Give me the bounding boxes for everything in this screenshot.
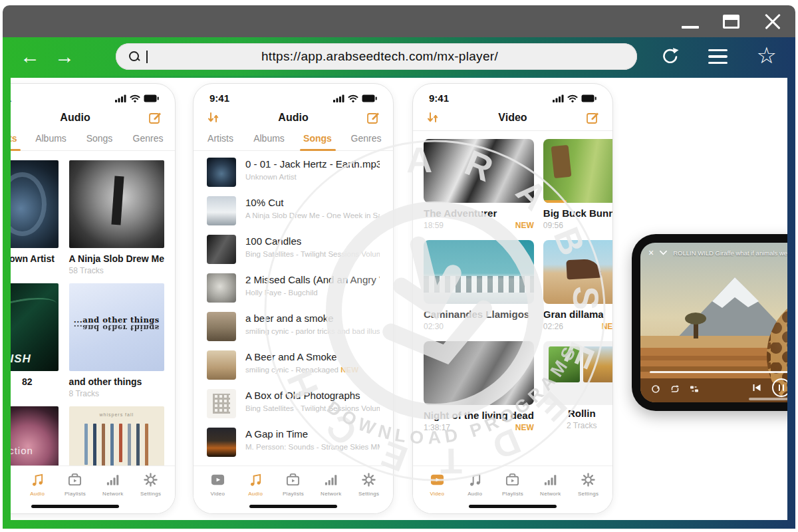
- artist-card[interactable]: Unknown Artist: [11, 160, 59, 275]
- artist-tracks: 8 Tracks: [69, 389, 164, 398]
- address-bar[interactable]: [116, 43, 637, 70]
- video-player-screen[interactable]: × ROLLIN WILD Giraffe what if animals we…: [640, 243, 787, 402]
- tab-genres[interactable]: Genres: [124, 133, 172, 144]
- album-art-text: AMISH: [11, 352, 31, 366]
- album-art[interactable]: ...and other things ...and other things: [69, 283, 164, 371]
- album-art-text: eflection: [11, 445, 33, 456]
- artist-card[interactable]: A Ninja Slob Drew Me 58 Tracks: [69, 160, 164, 275]
- video-card[interactable]: Big Buck Bunny 09:56: [543, 139, 613, 230]
- phone-mockup-video: 9:41 Video The Adventurer: [412, 83, 613, 514]
- song-art: [207, 389, 236, 418]
- ab-loop-icon[interactable]: [690, 384, 699, 394]
- tab-albums[interactable]: Albums: [245, 133, 293, 144]
- page-title: Audio: [60, 112, 90, 124]
- close-button[interactable]: [763, 12, 782, 31]
- page-frame: 9:41 Audio Artists Albums Songs: [3, 76, 795, 529]
- status-icons: [333, 94, 377, 102]
- forward-button[interactable]: →: [55, 47, 74, 66]
- nav-item-settings[interactable]: Settings: [569, 473, 607, 513]
- signal-icon: [553, 94, 564, 102]
- video-folder-thumbnail[interactable]: [543, 341, 613, 405]
- video-thumbnail[interactable]: [543, 240, 613, 304]
- artist-tracks: 58 Tracks: [69, 266, 164, 275]
- video-card[interactable]: Gran dillama 02:26NEW: [543, 240, 613, 331]
- nav-item-settings[interactable]: Settings: [350, 473, 388, 513]
- song-row[interactable]: A Box of Old Photographs Bing Satellites…: [207, 389, 380, 428]
- edit-icon[interactable]: [366, 111, 380, 124]
- previous-track-icon[interactable]: [752, 383, 761, 392]
- menu-icon[interactable]: [708, 49, 728, 64]
- song-row[interactable]: A Gap in Time M. Persson: Sounds - Stran…: [207, 428, 380, 466]
- song-row[interactable]: A Beer and A Smoke smiling cynic - Repac…: [207, 350, 380, 389]
- repeat-icon[interactable]: [670, 384, 680, 394]
- song-row[interactable]: a beer and a smoke smiling cynic - parlo…: [207, 312, 380, 350]
- video-card[interactable]: Night of the living dead 1:38:17NEW: [424, 341, 534, 432]
- wifi-icon: [130, 94, 140, 102]
- song-row[interactable]: 2 Missed Calls (And an Angry Voice... Ho…: [207, 273, 380, 312]
- wifi-icon: [348, 94, 358, 102]
- song-title: 2 Missed Calls (And an Angry Voice...: [245, 274, 380, 285]
- video-title: Gran dillama: [543, 309, 613, 320]
- song-art: [207, 350, 236, 380]
- edit-icon[interactable]: [586, 111, 599, 124]
- video-thumbnail[interactable]: [424, 341, 534, 405]
- nav-item-settings[interactable]: Settings: [132, 473, 170, 513]
- nav-item-video[interactable]: Video: [418, 473, 456, 513]
- maximize-button[interactable]: [723, 15, 739, 29]
- back-button[interactable]: ←: [20, 47, 40, 66]
- signal-icon: [115, 94, 126, 102]
- tab-genres[interactable]: Genres: [342, 133, 390, 144]
- playing-title: ROLLIN WILD Giraffe what if animals were…: [673, 249, 787, 257]
- song-art: [207, 158, 236, 187]
- watch-progress-bar: [543, 200, 567, 203]
- home-indicator[interactable]: [469, 505, 557, 508]
- video-thumbnail[interactable]: [424, 240, 534, 304]
- sort-icon[interactable]: [207, 111, 220, 124]
- artist-name: A Ninja Slob Drew Me: [69, 253, 164, 264]
- video-card[interactable]: The Adventurer 18:59NEW: [424, 139, 534, 230]
- song-list: 0 - 01 - Jack Hertz - Earth.mp3 Unknown …: [194, 151, 393, 505]
- song-subtitle: Bing Satellites - Twilight Sessions Volu…: [245, 250, 380, 258]
- refresh-icon[interactable]: [660, 47, 679, 66]
- artist-card[interactable]: AMISH 82: [11, 283, 59, 398]
- edit-icon[interactable]: [148, 111, 162, 124]
- video-folder-card[interactable]: Rollin 2 Tracks: [543, 341, 613, 432]
- song-row[interactable]: 10% Cut A Ninja Slob Drew Me - One Week …: [207, 196, 380, 235]
- chevron-down-icon[interactable]: [660, 250, 667, 255]
- album-art-text: ...and other things ...and other things: [69, 315, 164, 332]
- minimize-button[interactable]: [682, 26, 699, 29]
- video-duration: 1:38:17: [424, 423, 450, 432]
- tab-artists[interactable]: Artists: [11, 133, 27, 144]
- bookmark-star-icon[interactable]: ☆: [757, 44, 777, 66]
- artist-name: 82: [11, 376, 59, 387]
- gear-icon: [362, 473, 376, 487]
- seek-bar[interactable]: [650, 371, 787, 373]
- album-art[interactable]: [11, 160, 59, 248]
- network-signal-icon: [324, 473, 338, 487]
- nav-item-video[interactable]: Video: [11, 473, 19, 513]
- album-art[interactable]: [69, 160, 164, 248]
- rotate-screen-icon[interactable]: [651, 384, 660, 394]
- video-thumbnail[interactable]: [543, 139, 613, 203]
- artist-card[interactable]: ...and other things ...and other things …: [69, 283, 164, 398]
- close-icon[interactable]: ×: [648, 248, 654, 257]
- home-indicator[interactable]: [249, 505, 337, 508]
- page-title: Video: [498, 112, 527, 124]
- url-input[interactable]: [148, 49, 637, 65]
- nav-item-video[interactable]: Video: [199, 473, 237, 513]
- pause-icon[interactable]: [772, 378, 787, 397]
- song-row[interactable]: 0 - 01 - Jack Hertz - Earth.mp3 Unknown …: [207, 158, 380, 196]
- home-indicator[interactable]: [31, 505, 119, 508]
- sort-icon[interactable]: [426, 111, 440, 124]
- video-card[interactable]: Caminandes Llamigos 02:30: [424, 240, 534, 331]
- song-row[interactable]: 100 Candles Bing Satellites - Twilight S…: [207, 235, 380, 273]
- browser-window: ← → ☆ 9:41: [3, 5, 795, 529]
- video-grid: The Adventurer 18:59NEW Big Buck Bunny 0…: [413, 131, 612, 432]
- tab-songs[interactable]: Songs: [75, 133, 124, 144]
- video-thumbnail[interactable]: [424, 139, 534, 203]
- tab-albums[interactable]: Albums: [27, 133, 75, 144]
- network-signal-icon: [543, 473, 557, 487]
- album-art[interactable]: AMISH: [11, 283, 59, 371]
- tab-songs[interactable]: Songs: [293, 133, 342, 144]
- tab-artists[interactable]: Artists: [196, 133, 245, 144]
